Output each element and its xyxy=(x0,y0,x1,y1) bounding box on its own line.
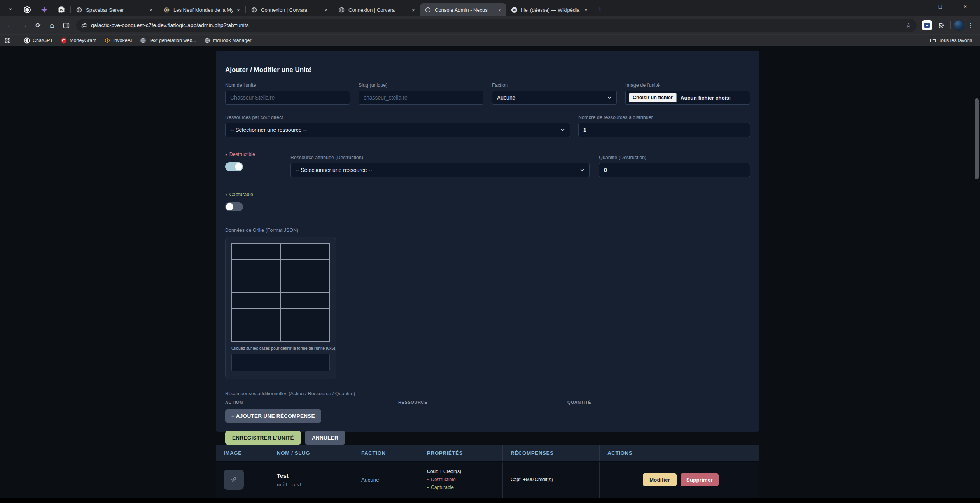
grid-cell[interactable] xyxy=(232,276,248,292)
destructible-text: Destructible xyxy=(431,476,455,484)
slug-input[interactable] xyxy=(359,91,483,105)
choose-file-button[interactable]: Choisir un fichier xyxy=(629,93,677,102)
url-text[interactable]: galactic-pve-conquest-c7fe.dev.flatlogic… xyxy=(91,22,903,28)
side-panel-icon[interactable] xyxy=(59,18,73,32)
grid-cell[interactable] xyxy=(281,276,297,292)
minimize-button[interactable]: – xyxy=(903,0,928,13)
bookmark-moneygram[interactable]: MoneyGram xyxy=(58,36,100,45)
unit-cost: Coût: 1 Crédit(s) xyxy=(427,468,497,475)
grid-cell[interactable] xyxy=(248,244,264,259)
tab-neuf-mondes[interactable]: Les Neuf Mondes de la Mythol × xyxy=(159,3,245,16)
grid-json-textarea[interactable] xyxy=(231,354,330,371)
grid-cell[interactable] xyxy=(297,325,313,341)
tab-close-icon[interactable]: × xyxy=(583,6,590,13)
grid-cell[interactable] xyxy=(232,293,248,308)
grid-cell[interactable] xyxy=(297,244,313,259)
add-reward-button[interactable]: + AJOUTER UNE RÉCOMPENSE xyxy=(225,409,321,423)
grid-cell[interactable] xyxy=(297,260,313,276)
cost-resource-select[interactable]: -- Sélectionner une ressource -- xyxy=(225,123,570,137)
close-button[interactable]: × xyxy=(953,0,978,13)
menu-kebab-icon[interactable]: ⋮ xyxy=(964,19,977,32)
destruction-qty-input[interactable] xyxy=(599,163,750,177)
grid-cell[interactable] xyxy=(297,293,313,308)
grid-cell[interactable] xyxy=(264,260,280,276)
grid-cell[interactable] xyxy=(232,309,248,325)
bookmark-chatgpt[interactable]: ChatGPT xyxy=(21,36,56,45)
resize-grip-icon[interactable] xyxy=(326,368,329,372)
cancel-button[interactable]: ANNULER xyxy=(305,431,345,445)
destruction-resource-select[interactable]: -- Sélectionner une ressource -- xyxy=(290,163,590,177)
grid-cell[interactable] xyxy=(232,244,248,259)
grid-cell[interactable] xyxy=(248,293,264,308)
grid-cell[interactable] xyxy=(248,260,264,276)
grid-cell[interactable] xyxy=(248,325,264,341)
distribute-input[interactable] xyxy=(578,123,750,137)
invokeai-icon xyxy=(104,37,110,44)
extensions-puzzle-icon[interactable] xyxy=(934,19,948,32)
extension-badge-icon[interactable] xyxy=(922,20,932,30)
tab-connexion-corvara-2[interactable]: Connexion | Corvara × xyxy=(334,3,420,16)
grid-cell[interactable] xyxy=(248,276,264,292)
grid-cell[interactable] xyxy=(297,309,313,325)
faction-select[interactable]: Aucune xyxy=(492,91,617,105)
pinned-tab-wordpress[interactable]: W xyxy=(53,3,70,16)
tab-search-button[interactable] xyxy=(2,2,19,16)
grid-cell[interactable] xyxy=(313,244,329,259)
address-bar[interactable]: galactic-pve-conquest-c7fe.dev.flatlogic… xyxy=(76,19,917,32)
grid-cell[interactable] xyxy=(313,293,329,308)
edit-unit-button[interactable]: Modifier xyxy=(643,473,677,486)
tab-console-admin-nexus[interactable]: Console Admin - Nexus × xyxy=(420,3,506,16)
grid-cell[interactable] xyxy=(281,293,297,308)
grid-cell[interactable] xyxy=(264,325,280,341)
grid-cell[interactable] xyxy=(281,260,297,276)
tab-separator xyxy=(593,6,593,13)
grid-cell[interactable] xyxy=(281,309,297,325)
profile-avatar[interactable] xyxy=(954,20,964,31)
tab-close-icon[interactable]: × xyxy=(496,6,503,13)
bookmark-star-icon[interactable]: ☆ xyxy=(903,21,914,30)
tab-connexion-corvara-1[interactable]: Connexion | Corvara × xyxy=(246,3,332,16)
home-icon[interactable]: ⌂ xyxy=(45,18,59,32)
tab-close-icon[interactable]: × xyxy=(235,6,242,13)
grid-cell[interactable] xyxy=(232,325,248,341)
reload-icon[interactable]: ⟳ xyxy=(31,18,45,32)
grid-cell[interactable] xyxy=(264,276,280,292)
apps-grid-icon[interactable] xyxy=(5,37,11,44)
grid-cell[interactable] xyxy=(264,293,280,308)
bookmark-mdbook-manager[interactable]: mdBook Manager xyxy=(201,36,255,45)
grid-cell[interactable] xyxy=(281,244,297,259)
back-icon[interactable]: ← xyxy=(3,18,17,32)
capturable-toggle[interactable] xyxy=(225,202,243,211)
grid-cell[interactable] xyxy=(248,309,264,325)
site-settings-icon[interactable] xyxy=(81,22,87,28)
forward-icon[interactable]: → xyxy=(17,18,31,32)
window-controls: – □ × xyxy=(903,0,978,13)
pinned-tab-chatgpt[interactable] xyxy=(19,3,36,16)
tab-spacebar-server[interactable]: Spacebar Server × xyxy=(71,3,158,16)
maximize-button[interactable]: □ xyxy=(928,0,953,13)
grid-cell[interactable] xyxy=(313,276,329,292)
unit-name-input[interactable] xyxy=(225,91,350,105)
delete-unit-button[interactable]: Supprimer xyxy=(681,473,719,486)
bookmark-text-generation[interactable]: Text generation web... xyxy=(137,36,200,45)
bookmark-invokeai[interactable]: InvokeAI xyxy=(101,36,135,45)
grid-cell[interactable] xyxy=(313,260,329,276)
grid-cell[interactable] xyxy=(297,276,313,292)
tab-close-icon[interactable]: × xyxy=(322,6,329,13)
file-input[interactable]: Choisir un fichier Aucun fichier choisi xyxy=(625,91,750,105)
grid-cell[interactable] xyxy=(264,244,280,259)
destructible-toggle[interactable] xyxy=(225,162,243,171)
tab-hel-wikipedia[interactable]: W Hel (déesse) — Wikipédia × xyxy=(506,3,593,16)
all-bookmarks-button[interactable]: Tous les favoris xyxy=(927,36,975,45)
page-scrollbar[interactable] xyxy=(975,98,979,179)
tab-close-icon[interactable]: × xyxy=(410,6,417,13)
save-unit-button[interactable]: ENREGISTRER L'UNITÉ xyxy=(225,431,301,445)
grid-cell[interactable] xyxy=(313,309,329,325)
grid-cell[interactable] xyxy=(313,325,329,341)
pinned-tab-gemini[interactable] xyxy=(36,3,53,16)
new-tab-button[interactable]: + xyxy=(594,3,606,15)
grid-cell[interactable] xyxy=(232,260,248,276)
tab-close-icon[interactable]: × xyxy=(147,6,154,13)
grid-cell[interactable] xyxy=(264,309,280,325)
grid-cell[interactable] xyxy=(281,325,297,341)
